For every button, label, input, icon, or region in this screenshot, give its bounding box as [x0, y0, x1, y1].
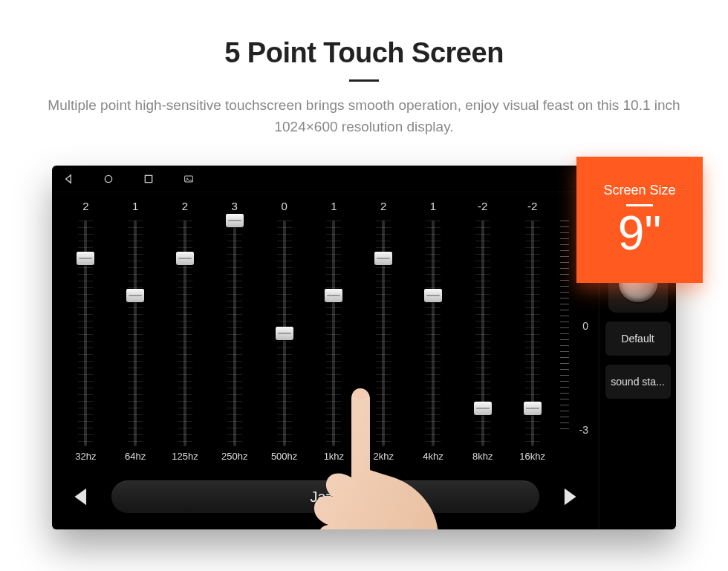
eq-band-value: 0 [281, 200, 287, 216]
eq-band-value: -2 [478, 200, 487, 216]
eq-band-freq: 500hz [271, 451, 297, 466]
eq-scale-label: 0 [582, 320, 588, 332]
back-icon[interactable] [62, 173, 74, 185]
svg-point-0 [105, 175, 111, 182]
eq-band-freq: 2khz [373, 451, 393, 466]
eq-band: -28khz [458, 200, 507, 466]
eq-band: 3250hz [209, 200, 259, 466]
screen-size-badge: Screen Size 9" [576, 157, 703, 283]
eq-slider[interactable] [481, 221, 484, 446]
gallery-icon[interactable] [183, 173, 195, 185]
home-icon[interactable] [103, 173, 114, 185]
eq-band: 164hz [111, 200, 160, 466]
eq-slider-thumb[interactable] [226, 214, 244, 227]
eq-slider-thumb[interactable] [325, 289, 342, 302]
eq-scale-label: -3 [579, 424, 588, 436]
eq-band-freq: 16khz [519, 451, 545, 466]
eq-band: 14khz [409, 200, 458, 466]
eq-slider[interactable] [332, 221, 335, 446]
eq-band-freq: 1khz [324, 451, 344, 466]
eq-slider[interactable] [134, 221, 137, 446]
eq-band-freq: 8khz [472, 451, 493, 466]
preset-label: Jazz [310, 489, 340, 506]
eq-slider[interactable] [283, 221, 286, 446]
recent-icon[interactable] [143, 173, 155, 185]
eq-band-freq: 125hz [172, 451, 198, 466]
eq-slider-thumb[interactable] [524, 402, 542, 415]
eq-slider-thumb[interactable] [276, 327, 293, 340]
badge-value: 9" [618, 209, 661, 257]
eq-band: 11khz [309, 200, 359, 466]
eq-slider-thumb[interactable] [126, 289, 144, 302]
badge-label: Screen Size [603, 183, 675, 198]
eq-band-freq: 4khz [423, 451, 443, 466]
eq-slider[interactable] [84, 221, 87, 446]
eq-slider[interactable] [432, 221, 435, 446]
page-title: 5 Point Touch Screen [0, 37, 728, 69]
sound-stage-button[interactable]: sound sta... [605, 365, 671, 399]
eq-slider[interactable] [382, 221, 385, 446]
eq-band-freq: 32hz [75, 451, 96, 466]
eq-slider[interactable] [531, 221, 534, 446]
eq-slider[interactable] [233, 221, 236, 446]
eq-band-value: 1 [331, 200, 337, 216]
eq-band-value: -2 [527, 200, 537, 216]
svg-rect-1 [145, 175, 152, 182]
eq-band-freq: 64hz [125, 451, 146, 466]
eq-slider-thumb[interactable] [424, 289, 442, 302]
eq-band-value: 2 [380, 200, 386, 216]
default-button[interactable]: Default [605, 322, 671, 356]
eq-band-value: 2 [82, 200, 88, 216]
eq-slider-thumb[interactable] [374, 252, 392, 265]
eq-band: 232hz [61, 200, 111, 466]
eq-band: 2125hz [160, 200, 210, 466]
eq-slider-thumb[interactable] [176, 252, 194, 265]
preset-selector[interactable]: Jazz [111, 480, 539, 513]
eq-band-value: 1 [132, 200, 138, 216]
eq-band-value: 1 [430, 200, 436, 216]
eq-slider[interactable] [183, 221, 186, 446]
page-subtitle: Multiple point high-sensitive touchscree… [45, 95, 683, 137]
eq-slider-thumb[interactable] [77, 252, 94, 265]
eq-band: 0500hz [259, 200, 309, 466]
title-rule [349, 79, 379, 82]
preset-next-button[interactable] [557, 484, 582, 509]
eq-slider-thumb[interactable] [474, 402, 492, 415]
eq-band-freq: 250hz [221, 451, 247, 466]
preset-prev-button[interactable] [68, 484, 94, 509]
eq-band: -216khz [507, 200, 557, 466]
eq-band: 22khz [359, 200, 409, 466]
eq-band-value: 2 [182, 200, 188, 216]
